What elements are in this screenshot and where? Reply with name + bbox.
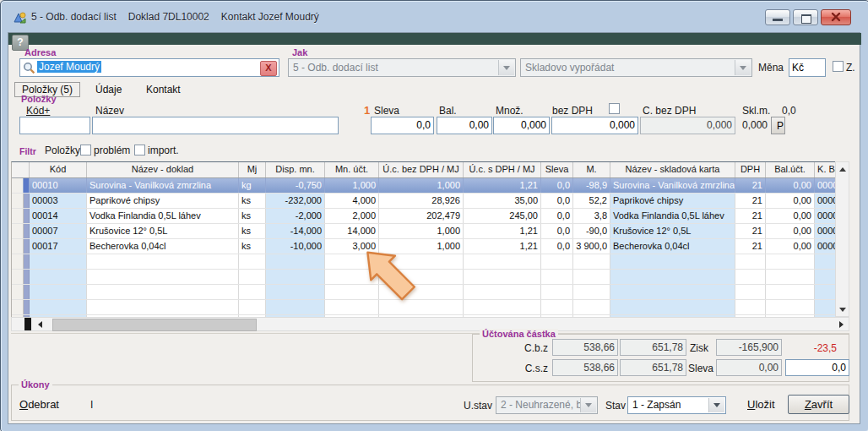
adresa-value[interactable]: Jozef Moudrý: [37, 61, 101, 73]
grid-header-cell[interactable]: Název - doklad: [87, 162, 239, 177]
chevron-down-icon[interactable]: [708, 398, 724, 412]
grid-cell[interactable]: [87, 285, 239, 299]
grid-cell[interactable]: 00003: [30, 194, 87, 208]
scroll-right-button[interactable]: [834, 318, 849, 330]
grid-cell[interactable]: 1,21: [464, 224, 541, 238]
grid-cell[interactable]: 2,000: [325, 209, 379, 223]
grid-cell[interactable]: [610, 300, 735, 314]
grid-header-cell[interactable]: Mj: [239, 162, 266, 177]
grid-cell[interactable]: 0000: [815, 209, 836, 223]
sleva-input[interactable]: 0,0: [371, 117, 434, 134]
grid-cell[interactable]: 0000: [815, 224, 836, 238]
grid-cell[interactable]: 0000: [815, 178, 836, 193]
grid-header[interactable]: KódNázev - dokladMjDisp. mn.Mn. účt.Ú.c.…: [12, 162, 836, 178]
grid-cell[interactable]: 245,00: [464, 209, 541, 223]
grid-header-cell[interactable]: Název - skladová karta: [610, 162, 735, 177]
grid-cell[interactable]: [87, 254, 239, 269]
grid-cell[interactable]: [464, 270, 541, 284]
row-selector-cell[interactable]: [12, 178, 24, 193]
kod-label[interactable]: Kód+: [26, 105, 50, 117]
grid-header-cell[interactable]: Bal.účt.: [766, 162, 815, 177]
grid-cell[interactable]: [30, 270, 87, 284]
grid-corner-cell[interactable]: [12, 162, 30, 177]
grid-cell[interactable]: [735, 300, 766, 314]
row-selector-cell[interactable]: [12, 254, 24, 269]
p-button[interactable]: P: [771, 117, 785, 134]
scroll-left-button[interactable]: [33, 318, 47, 330]
grid-cell[interactable]: [541, 285, 573, 299]
adresa-input[interactable]: Jozef Moudrý X: [19, 58, 279, 77]
grid-cell[interactable]: Vodka Finlandia 0,5L láhev: [87, 209, 239, 223]
grid-cell[interactable]: 0,0: [541, 178, 573, 193]
grid-cell[interactable]: Krušovice 12° 0,5L: [87, 224, 239, 238]
grid-cell[interactable]: 1,000: [379, 224, 464, 238]
scroll-down-button[interactable]: [836, 303, 849, 316]
grid-header-cell[interactable]: K. Ba: [815, 162, 836, 177]
currency-input[interactable]: Kč: [789, 58, 826, 77]
grid-cell[interactable]: 4,000: [325, 194, 379, 208]
grid-cell[interactable]: Paprikové chipsy: [87, 194, 239, 208]
grid-row[interactable]: 00010Surovina - Vanilková zmrzlinakg-0,7…: [12, 178, 836, 194]
grid-cell[interactable]: [735, 270, 766, 284]
z-checkbox[interactable]: [833, 61, 844, 72]
grid-cell[interactable]: 0,0: [541, 209, 573, 223]
grid-cell[interactable]: 3,8: [573, 209, 610, 223]
odebrat-button[interactable]: Odebrat: [19, 398, 59, 411]
grid-cell[interactable]: [239, 270, 266, 284]
grid-header-cell[interactable]: DPH: [735, 162, 766, 177]
grid-header-cell[interactable]: Ú.c. bez DPH / MJ: [379, 162, 464, 177]
grid-cell[interactable]: ks: [239, 194, 266, 208]
grid-cell[interactable]: [87, 270, 239, 284]
grid-cell[interactable]: [541, 270, 573, 284]
grid-cell[interactable]: [30, 285, 87, 299]
grid-cell[interactable]: kg: [239, 178, 266, 193]
grid-cell[interactable]: [610, 270, 735, 284]
grid-cell[interactable]: [541, 254, 573, 269]
grid-cell[interactable]: [735, 285, 766, 299]
grid-cell[interactable]: [815, 270, 836, 284]
doc-type-select[interactable]: 5 - Odb. dodací list: [288, 58, 516, 77]
chevron-down-icon[interactable]: [498, 60, 514, 75]
row-selector-cell[interactable]: [12, 194, 24, 208]
grid-cell[interactable]: -2,000: [266, 209, 325, 223]
vertical-scrollbar[interactable]: [835, 161, 849, 317]
grid-cell[interactable]: 14,000: [325, 224, 379, 238]
grid-cell[interactable]: Becherovka 0,04cl: [87, 239, 239, 254]
filtr-polozky-label[interactable]: Položky: [45, 145, 80, 156]
row-selector-cell[interactable]: [12, 209, 24, 223]
minimize-button[interactable]: [765, 9, 790, 25]
zavrit-button[interactable]: Zavřít: [788, 395, 849, 414]
grid-cell[interactable]: 1,000: [379, 178, 464, 193]
grid-cell[interactable]: [573, 270, 610, 284]
grid-cell[interactable]: 0,00: [766, 209, 815, 223]
grid-cell[interactable]: [464, 300, 541, 314]
grid-cell[interactable]: 35,00: [464, 194, 541, 208]
grid-cell[interactable]: 202,479: [379, 209, 464, 223]
grid-cell[interactable]: -98,9: [573, 178, 610, 193]
grid-header-cell[interactable]: Disp. mn.: [266, 162, 325, 177]
grid-cell[interactable]: [266, 300, 325, 314]
grid-row[interactable]: 00007Krušovice 12° 0,5Lks-14,00014,0001,…: [12, 224, 836, 239]
grid-cell[interactable]: ks: [239, 209, 266, 223]
grid-cell[interactable]: 00007: [30, 224, 87, 238]
bal-input[interactable]: 0,00: [437, 117, 492, 134]
grid-header-cell[interactable]: M.: [573, 162, 610, 177]
grid-cell[interactable]: 0,00: [766, 178, 815, 193]
bez-dph-checkbox[interactable]: [609, 103, 620, 114]
grid-header-cell[interactable]: Mn. účt.: [325, 162, 379, 177]
grid-cell[interactable]: ks: [239, 224, 266, 238]
grid-cell[interactable]: [766, 300, 815, 314]
grid-row[interactable]: 00014Vodka Finlandia 0,5L láhevks-2,0002…: [12, 209, 836, 224]
grid-cell[interactable]: [573, 285, 610, 299]
grid-cell[interactable]: ks: [239, 239, 266, 254]
grid-cell[interactable]: 0,00: [766, 224, 815, 238]
grid-cell[interactable]: 00010: [30, 178, 87, 193]
import-checkbox[interactable]: [134, 145, 145, 155]
restore-button[interactable]: [793, 9, 818, 25]
grid-cell[interactable]: -0,750: [266, 178, 325, 193]
tab-kontakt[interactable]: Kontakt: [146, 84, 181, 95]
problem-checkbox[interactable]: [80, 145, 91, 155]
grid-cell[interactable]: [87, 300, 239, 314]
grid-cell[interactable]: 21: [735, 194, 766, 208]
grid-cell[interactable]: [30, 300, 87, 314]
